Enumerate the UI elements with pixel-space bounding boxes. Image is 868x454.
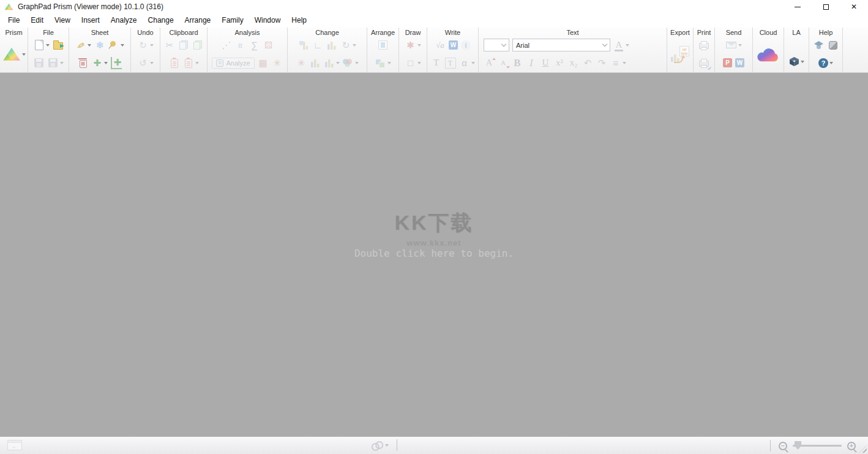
align-objects-button[interactable]: [377, 39, 389, 51]
add-data-set-button[interactable]: [309, 57, 321, 69]
menu-view[interactable]: View: [49, 13, 76, 28]
rotate-flip-button[interactable]: [375, 57, 392, 69]
menu-insert[interactable]: Insert: [76, 13, 105, 28]
menu-edit[interactable]: Edit: [25, 13, 49, 28]
print-icon: [698, 39, 709, 51]
prism-cloud-button[interactable]: [755, 46, 781, 62]
create-table-button[interactable]: ▦: [257, 57, 269, 69]
analysis-wizard-button[interactable]: ✳: [271, 57, 283, 69]
help-menu-button[interactable]: ?: [818, 58, 834, 68]
text-tool-button[interactable]: T: [430, 57, 443, 69]
new-sheet-family-button[interactable]: ✚: [110, 57, 123, 69]
email-button[interactable]: [725, 39, 743, 51]
begin-hint[interactable]: Double click here to begin.: [0, 248, 868, 259]
descriptive-stats-button[interactable]: ∑: [249, 39, 261, 51]
font-name-select[interactable]: Arial: [512, 39, 611, 51]
line-spacing-button[interactable]: ≡: [610, 57, 627, 69]
simulate-data-button[interactable]: ⚄: [263, 39, 275, 51]
magic-wand-button[interactable]: ✳: [295, 57, 307, 69]
ribbon-group-label: Undo: [131, 28, 160, 36]
send-word-button[interactable]: W: [735, 58, 745, 67]
equation-button[interactable]: √a: [434, 39, 446, 51]
menu-window[interactable]: Window: [249, 13, 286, 28]
freeze-button[interactable]: ❄: [94, 39, 106, 51]
updates-button[interactable]: [827, 39, 839, 51]
font-size-select[interactable]: [483, 39, 510, 51]
duplicate-button[interactable]: [192, 39, 204, 51]
rotate-text-left-button[interactable]: ↶: [582, 57, 594, 69]
save-as-button[interactable]: [47, 57, 64, 69]
ribbon-group-clipboard: Clipboard✂: [160, 28, 208, 72]
new-file-button[interactable]: [33, 39, 50, 51]
menu-family[interactable]: Family: [216, 13, 249, 28]
redo-icon: ↻: [138, 39, 149, 51]
significance-asterisk-button[interactable]: ✱: [405, 39, 422, 51]
link-icon: [370, 439, 383, 450]
export-graph-button[interactable]: tiffbmp: [670, 46, 690, 63]
recolor-button[interactable]: ↻: [340, 39, 357, 51]
underline-button[interactable]: U: [539, 57, 552, 69]
font-color-button[interactable]: A: [613, 39, 630, 51]
axes-button[interactable]: ∟: [312, 39, 324, 51]
color-scheme-button[interactable]: [342, 57, 359, 69]
send-powerpoint-button[interactable]: P: [722, 58, 733, 67]
ribbon-group-label: Clipboard: [160, 28, 207, 36]
chevron-down-icon: [738, 44, 742, 47]
redo-button[interactable]: ↻: [137, 39, 154, 51]
prism-menu-button[interactable]: [2, 47, 26, 62]
pin-icon: [109, 40, 117, 48]
increase-font-button[interactable]: A: [483, 57, 495, 69]
prism-academy-button[interactable]: [813, 39, 825, 51]
analyze-button[interactable]: ≡Analyze: [211, 58, 255, 69]
minimize-button[interactable]: [784, 0, 812, 13]
paste-special-button[interactable]: [182, 57, 200, 69]
rotate-text-right-button[interactable]: ↷: [596, 57, 608, 69]
draw-shape-button[interactable]: □: [405, 57, 422, 69]
labarchives-button[interactable]: [788, 56, 805, 67]
highlight-button[interactable]: ✎: [75, 39, 92, 51]
embed-word-button[interactable]: W: [448, 40, 458, 50]
greek-symbols-button[interactable]: α: [458, 57, 476, 69]
subscript-button[interactable]: x₂: [567, 57, 580, 69]
print-button[interactable]: [698, 39, 710, 51]
text-box-button[interactable]: T: [444, 58, 457, 69]
save-button[interactable]: [33, 57, 45, 69]
italic-button[interactable]: I: [525, 57, 537, 69]
new-sheet-button[interactable]: ✚: [91, 57, 108, 69]
t-test-button[interactable]: tt: [234, 39, 247, 51]
workspace-canvas[interactable]: KK下载 www.kkx.net Double click here to be…: [0, 73, 868, 436]
menu-file[interactable]: File: [2, 13, 25, 28]
cut-button[interactable]: ✂: [163, 39, 176, 51]
zoom-slider[interactable]: [793, 445, 842, 447]
interpolate-button[interactable]: ⋰: [220, 39, 233, 51]
decrease-font-button[interactable]: A: [497, 57, 509, 69]
pin-button[interactable]: [108, 39, 125, 51]
zoom-in-button[interactable]: +: [847, 442, 856, 450]
menu-arrange[interactable]: Arrange: [179, 13, 217, 28]
linked-sheets-button[interactable]: [370, 442, 389, 449]
graph-type-button[interactable]: [297, 39, 310, 51]
font-name-value: Arial: [516, 42, 529, 49]
open-file-button[interactable]: [52, 39, 64, 51]
prism-academy-icon: [814, 39, 825, 51]
maximize-button[interactable]: [812, 0, 840, 13]
resize-graph-button[interactable]: [323, 57, 340, 69]
close-button[interactable]: ✕: [840, 0, 868, 13]
info-sheet-button[interactable]: i: [460, 40, 471, 50]
paste-button[interactable]: [168, 57, 181, 69]
superscript-button[interactable]: x²: [553, 57, 566, 69]
print-preview-button[interactable]: ✔: [698, 57, 710, 69]
zoom-out-button[interactable]: −: [779, 442, 787, 450]
menu-analyze[interactable]: Analyze: [105, 13, 143, 28]
subscript-icon: x₂: [568, 57, 579, 69]
copy-button[interactable]: [178, 39, 190, 51]
undo-button[interactable]: ↺: [137, 57, 154, 69]
menu-change[interactable]: Change: [143, 13, 179, 28]
delete-sheet-button[interactable]: [77, 57, 89, 69]
graph-size-button[interactable]: [326, 39, 338, 51]
navigator-toggle-button[interactable]: ←: [7, 440, 23, 450]
bold-button[interactable]: B: [511, 57, 523, 69]
resize-grip[interactable]: [859, 445, 867, 453]
zoom-slider-handle[interactable]: [795, 441, 801, 450]
menu-help[interactable]: Help: [286, 13, 312, 28]
